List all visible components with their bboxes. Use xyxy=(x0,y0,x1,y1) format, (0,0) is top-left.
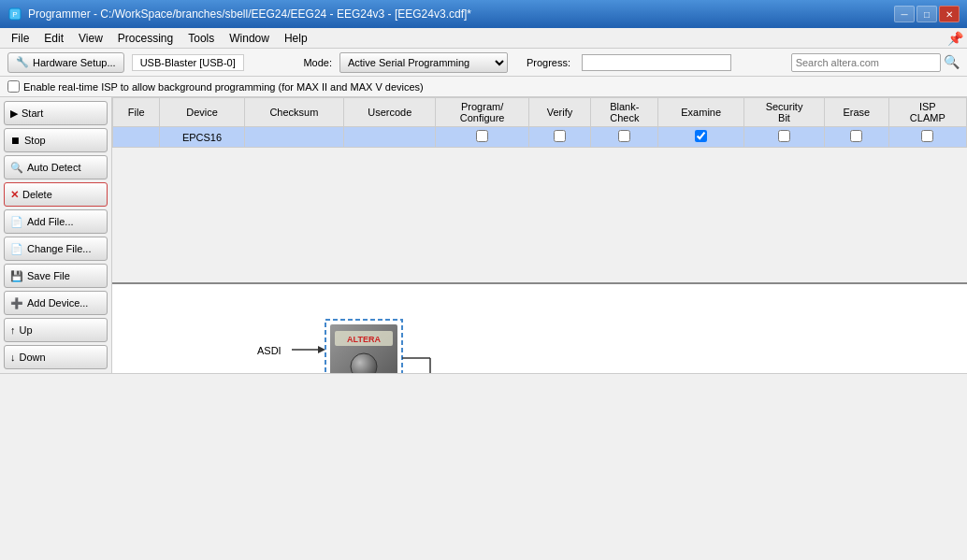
col-checksum: Checksum xyxy=(244,98,343,127)
minimize-button[interactable]: ─ xyxy=(894,6,915,22)
asdi-arrowhead xyxy=(318,346,325,353)
progress-bar xyxy=(582,54,731,71)
cell-security[interactable] xyxy=(743,127,824,148)
erase-checkbox[interactable] xyxy=(850,130,862,142)
cell-examine[interactable] xyxy=(658,127,743,148)
setup-bar: 🔧 Hardware Setup... USB-Blaster [USB-0] … xyxy=(0,49,967,77)
save-file-icon: 💾 xyxy=(10,270,23,282)
horizontal-scrollbar[interactable] xyxy=(0,373,967,388)
add-device-icon: ➕ xyxy=(10,297,23,309)
menu-edit[interactable]: Edit xyxy=(36,30,71,47)
mode-select[interactable]: Active Serial Programming JTAG Passive S… xyxy=(339,52,508,73)
mode-label: Mode: xyxy=(303,57,332,68)
auto-detect-button[interactable]: 🔍 Auto Detect xyxy=(4,155,108,179)
menu-help[interactable]: Help xyxy=(277,30,315,47)
col-blank-check: Blank-Check xyxy=(591,98,658,127)
device-table: File Device Checksum Usercode Program/Co… xyxy=(112,97,967,148)
down-button[interactable]: ↓ Down xyxy=(4,345,108,369)
pin-icon: 📌 xyxy=(947,31,963,46)
add-device-button[interactable]: ➕ Add Device... xyxy=(4,291,108,315)
hardware-icon: 🔧 xyxy=(16,56,29,68)
asdi-label: ASDI xyxy=(257,345,281,356)
close-button[interactable]: ✕ xyxy=(939,6,960,22)
menu-file[interactable]: File xyxy=(4,30,36,47)
add-file-icon: 📄 xyxy=(10,216,23,228)
save-file-button[interactable]: 💾 Save File xyxy=(4,264,108,288)
col-erase: Erase xyxy=(825,98,888,127)
search-icon[interactable]: 🔍 xyxy=(944,54,960,69)
up-button[interactable]: ↑ Up xyxy=(4,318,108,342)
cell-usercode xyxy=(344,127,436,148)
change-file-button[interactable]: 📄 Change File... xyxy=(4,237,108,261)
auto-detect-icon: 🔍 xyxy=(10,162,23,174)
cell-checksum xyxy=(244,127,343,148)
cell-device: EPCS16 xyxy=(160,127,244,148)
col-usercode: Usercode xyxy=(344,98,436,127)
diagram-area: ASDI ALTERA xyxy=(112,284,967,373)
titlebar: P Programmer - C:/WorkSpace/branches/sbe… xyxy=(0,0,967,28)
isp-clamp-checkbox[interactable] xyxy=(921,130,933,142)
progress-label: Progress: xyxy=(527,57,570,68)
cell-isp-clamp[interactable] xyxy=(888,127,966,148)
col-examine: Examine xyxy=(658,98,743,127)
up-icon: ↑ xyxy=(10,324,16,336)
hardware-setup-button[interactable]: 🔧 Hardware Setup... xyxy=(7,52,124,73)
checkbox-bar: Enable real-time ISP to allow background… xyxy=(0,77,967,97)
menu-tools[interactable]: Tools xyxy=(180,30,222,47)
security-checkbox[interactable] xyxy=(778,130,790,142)
down-icon: ↓ xyxy=(10,352,16,363)
program-checkbox[interactable] xyxy=(476,130,488,142)
col-verify: Verify xyxy=(528,98,590,127)
verify-checkbox[interactable] xyxy=(554,130,566,142)
isp-checkbox[interactable] xyxy=(7,80,20,93)
start-icon: ▶ xyxy=(10,108,18,120)
content-area: ▶ Start ⏹ Stop 🔍 Auto Detect ✕ Delete 📄 … xyxy=(0,97,967,373)
blank-check-checkbox[interactable] xyxy=(618,130,630,142)
search-input[interactable] xyxy=(791,53,941,72)
stop-button[interactable]: ⏹ Stop xyxy=(4,128,108,152)
menubar: File Edit View Processing Tools Window H… xyxy=(0,28,967,49)
menu-window[interactable]: Window xyxy=(222,30,277,47)
cell-program[interactable] xyxy=(436,127,528,148)
altera-text: ALTERA xyxy=(347,335,381,344)
right-panel: File Device Checksum Usercode Program/Co… xyxy=(112,97,967,373)
col-isp-clamp: ISPCLAMP xyxy=(888,98,966,127)
cell-file xyxy=(113,127,160,148)
change-file-icon: 📄 xyxy=(10,243,23,255)
chip-svg: ASDI ALTERA xyxy=(112,284,967,373)
window-controls: ─ □ ✕ xyxy=(894,6,960,22)
table-area: File Device Checksum Usercode Program/Co… xyxy=(112,97,967,284)
menu-view[interactable]: View xyxy=(71,30,110,47)
sidebar: ▶ Start ⏹ Stop 🔍 Auto Detect ✕ Delete 📄 … xyxy=(0,97,112,373)
maximize-button[interactable]: □ xyxy=(916,6,937,22)
usb-blaster-label: USB-Blaster [USB-0] xyxy=(132,54,244,71)
col-security-bit: SecurityBit xyxy=(743,98,824,127)
cell-verify[interactable] xyxy=(528,127,590,148)
window-title: Programmer - C:/WorkSpace/branches/sbell… xyxy=(28,7,894,21)
delete-button[interactable]: ✕ Delete xyxy=(4,182,108,207)
examine-checkbox[interactable] xyxy=(695,130,707,142)
stop-icon: ⏹ xyxy=(10,135,21,146)
delete-icon: ✕ xyxy=(10,189,19,201)
cell-blank-check[interactable] xyxy=(591,127,658,148)
add-file-button[interactable]: 📄 Add File... xyxy=(4,209,108,234)
cell-erase[interactable] xyxy=(825,127,888,148)
svg-text:P: P xyxy=(12,10,17,19)
app-icon: P xyxy=(7,7,22,22)
mode-dropdown-wrapper[interactable]: Active Serial Programming JTAG Passive S… xyxy=(339,52,508,73)
table-row: EPCS16 xyxy=(113,127,967,148)
col-program-configure: Program/Configure xyxy=(436,98,528,127)
col-file: File xyxy=(113,98,160,127)
isp-label: Enable real-time ISP to allow background… xyxy=(23,81,424,93)
menu-processing[interactable]: Processing xyxy=(110,30,180,47)
start-button[interactable]: ▶ Start xyxy=(4,101,108,125)
col-device: Device xyxy=(160,98,244,127)
